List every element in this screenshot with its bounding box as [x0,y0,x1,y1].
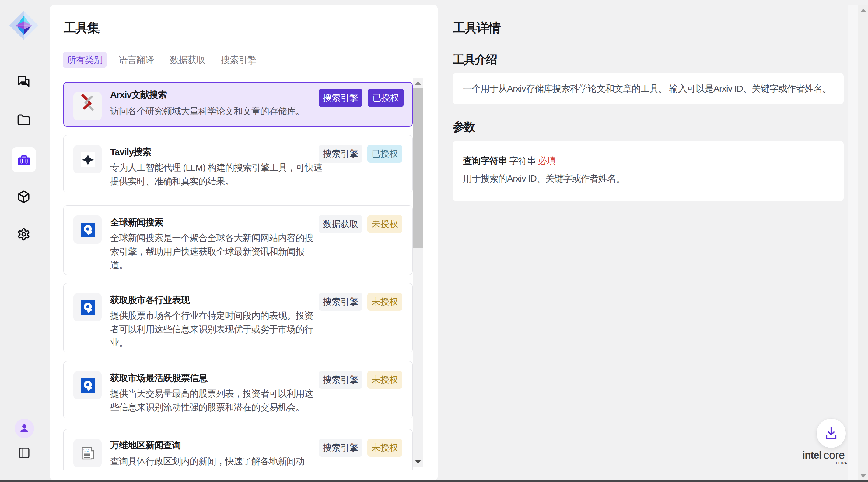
svg-text:LOCAL: LOCAL [83,449,90,451]
svg-text:NEW: NEW [85,451,90,453]
